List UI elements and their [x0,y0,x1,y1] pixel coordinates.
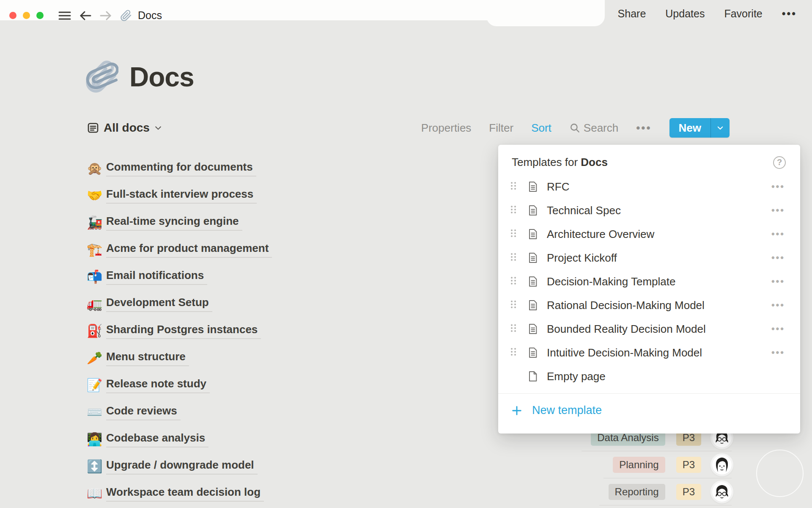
topbar-more-icon[interactable]: ••• [782,8,797,20]
view-switcher[interactable]: All docs [87,121,162,135]
page-icon [527,299,538,311]
templates-popover: Templates for Docs ? RFC ••• Technical S… [498,145,800,433]
doc-title: Sharding Postgres instances [106,323,261,339]
plus-icon [511,405,523,417]
updates-button[interactable]: Updates [665,8,705,20]
template-more-icon[interactable]: ••• [771,300,785,311]
filter-button[interactable]: Filter [489,121,513,135]
forward-icon[interactable] [100,11,112,21]
page-icon [527,276,538,287]
zoom-window-button[interactable] [36,12,44,19]
popover-title-target: Docs [581,156,608,168]
template-item[interactable]: Rational Decision-Making Model ••• [498,293,800,317]
doc-title: Commenting for documents [106,160,256,177]
page-icon [527,228,538,240]
template-more-icon[interactable]: ••• [771,276,785,287]
template-item[interactable]: Technical Spec ••• [498,199,800,222]
doc-title: Development Setup [106,296,212,312]
doc-title: Acme for product management [106,242,272,258]
search-icon [569,122,580,133]
minimize-window-button[interactable] [23,12,30,19]
doc-row[interactable]: ↕️ Upgrade / downgrade model Planning P3 [87,453,732,480]
doc-title: Full-stack interview process [106,188,257,204]
search-button[interactable]: Search [569,121,618,135]
doc-title: Codebase analysis [106,431,208,447]
doc-title: Upgrade / downgrade model [106,458,258,475]
doc-row[interactable]: 📖 Workspace team decision log Reporting … [87,480,732,507]
drag-handle-icon[interactable] [511,324,517,334]
doc-emoji: 📝 [87,379,106,392]
drag-handle-icon[interactable] [511,277,517,286]
doc-title: Release note study [106,377,210,393]
template-item[interactable]: RFC ••• [498,175,800,199]
empty-page-icon [527,370,538,382]
new-template-label: New template [532,404,602,417]
template-item[interactable]: Intuitive Decision-Making Model ••• [498,341,800,364]
template-more-icon[interactable]: ••• [771,347,785,358]
doc-emoji: ⌨️ [87,406,106,419]
search-label: Search [584,121,618,135]
drag-handle-icon[interactable] [511,253,517,262]
doc-emoji: 🏗️ [87,243,106,256]
doc-emoji: 🥕 [87,352,106,364]
help-icon[interactable]: ? [773,156,786,169]
drag-handle-icon[interactable] [511,206,517,215]
priority-chip: P3 [676,457,701,473]
drag-handle-icon[interactable] [511,182,517,191]
drag-handle-icon[interactable] [511,301,517,310]
template-item[interactable]: Decision-Making Template ••• [498,270,800,293]
doc-properties: Reporting P3 [599,482,732,505]
template-item[interactable]: Bounded Reality Decision Model ••• [498,317,800,341]
template-label: RFC [547,180,569,193]
template-label: Intuitive Decision-Making Model [547,346,702,359]
page-icon-paperclips[interactable] [85,60,118,94]
new-template-button[interactable]: New template [498,394,800,427]
priority-chip: P3 [676,484,701,500]
drag-handle-icon[interactable] [511,229,517,239]
doc-emoji: 🙊 [87,162,106,175]
doc-title: Menu structure [106,350,189,366]
avatar [712,455,732,475]
avatar [712,482,732,502]
template-label: Bounded Reality Decision Model [547,323,706,336]
properties-button[interactable]: Properties [421,121,472,135]
template-more-icon[interactable]: ••• [771,181,785,192]
doc-emoji: 🚛 [87,298,106,310]
share-button[interactable]: Share [618,8,646,20]
template-label: Architecture Overview [547,228,654,241]
toolbar-more-icon[interactable]: ••• [636,121,651,135]
template-label: Project Kickoff [547,251,617,265]
template-more-icon[interactable]: ••• [771,229,785,240]
new-button-chevron[interactable] [711,118,730,138]
page-icon [527,347,538,359]
close-window-button[interactable] [9,12,16,19]
page-icon [527,323,538,335]
doc-emoji: 🚂 [87,216,106,229]
drag-handle-icon[interactable] [511,348,517,357]
page-icon [527,181,538,193]
new-button[interactable]: New [669,118,730,138]
favorite-button[interactable]: Favorite [724,8,762,20]
doc-title: Email notifications [106,269,207,285]
sort-button[interactable]: Sort [531,121,551,135]
tag-chip: Reporting [609,484,665,500]
template-label: Technical Spec [547,204,621,217]
template-item[interactable]: Project Kickoff ••• [498,246,800,270]
page-icon [527,204,538,216]
back-icon[interactable] [80,11,91,21]
sidebar-toggle-icon[interactable] [58,11,71,21]
template-label: Decision-Making Template [547,275,675,288]
popover-title: Templates for Docs [512,156,608,169]
doc-emoji: 📖 [87,487,106,500]
doc-title: Real-time syncing engine [106,215,242,231]
titlebar: Docs Share Updates Favorite ••• [0,0,812,26]
page-title[interactable]: Docs [129,61,194,93]
template-more-icon[interactable]: ••• [771,323,785,334]
empty-page-item[interactable]: Empty page [498,364,800,388]
template-more-icon[interactable]: ••• [771,205,785,216]
template-more-icon[interactable]: ••• [771,252,785,263]
template-item[interactable]: Architecture Overview ••• [498,222,800,246]
new-button-label[interactable]: New [669,118,710,138]
template-label: Rational Decision-Making Model [547,299,705,312]
doc-emoji: 🤝 [87,189,106,202]
